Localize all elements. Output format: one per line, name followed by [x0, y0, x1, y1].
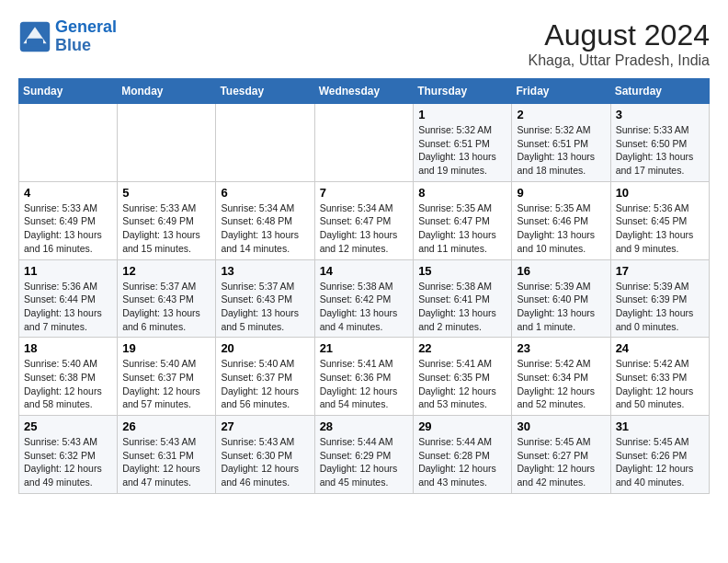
day-number: 29 — [418, 419, 506, 433]
header-cell-thursday: Thursday — [414, 79, 512, 104]
day-info: Sunrise: 5:44 AM Sunset: 6:28 PM Dayligh… — [418, 435, 506, 489]
day-cell: 12Sunrise: 5:37 AM Sunset: 6:43 PM Dayli… — [118, 259, 216, 338]
day-info: Sunrise: 5:34 AM Sunset: 6:48 PM Dayligh… — [221, 201, 309, 256]
day-cell: 18Sunrise: 5:40 AM Sunset: 6:38 PM Dayli… — [19, 338, 118, 416]
day-info: Sunrise: 5:33 AM Sunset: 6:49 PM Dayligh… — [24, 201, 112, 256]
day-cell: 2Sunrise: 5:32 AM Sunset: 6:51 PM Daylig… — [512, 104, 610, 182]
day-info: Sunrise: 5:33 AM Sunset: 6:49 PM Dayligh… — [122, 201, 210, 256]
day-number: 20 — [221, 341, 309, 355]
day-cell: 30Sunrise: 5:45 AM Sunset: 6:27 PM Dayli… — [512, 416, 610, 494]
day-number: 27 — [221, 419, 309, 433]
day-number: 1 — [418, 108, 506, 121]
day-number: 31 — [616, 419, 704, 433]
day-info: Sunrise: 5:32 AM Sunset: 6:51 PM Dayligh… — [517, 123, 605, 178]
day-number: 22 — [418, 341, 506, 355]
day-cell: 27Sunrise: 5:43 AM Sunset: 6:30 PM Dayli… — [216, 416, 314, 494]
day-number: 2 — [517, 108, 605, 121]
day-number: 6 — [221, 186, 309, 200]
day-cell: 17Sunrise: 5:39 AM Sunset: 6:39 PM Dayli… — [610, 259, 709, 338]
day-number: 21 — [320, 341, 409, 355]
day-number: 4 — [24, 186, 112, 200]
day-cell: 1Sunrise: 5:32 AM Sunset: 6:51 PM Daylig… — [414, 104, 512, 182]
week-row-5: 25Sunrise: 5:43 AM Sunset: 6:32 PM Dayli… — [19, 416, 710, 494]
day-number: 17 — [616, 264, 704, 278]
week-row-4: 18Sunrise: 5:40 AM Sunset: 6:38 PM Dayli… — [19, 338, 710, 416]
day-cell: 25Sunrise: 5:43 AM Sunset: 6:32 PM Dayli… — [19, 416, 118, 494]
day-cell: 16Sunrise: 5:39 AM Sunset: 6:40 PM Dayli… — [512, 259, 610, 338]
logo-line2: Blue — [55, 36, 91, 54]
day-cell: 22Sunrise: 5:41 AM Sunset: 6:35 PM Dayli… — [414, 338, 512, 416]
day-info: Sunrise: 5:38 AM Sunset: 6:41 PM Dayligh… — [418, 280, 506, 334]
day-number: 7 — [320, 186, 409, 200]
svg-rect-2 — [27, 39, 43, 47]
day-number: 28 — [320, 419, 409, 433]
header-cell-monday: Monday — [118, 79, 216, 104]
day-cell: 3Sunrise: 5:33 AM Sunset: 6:50 PM Daylig… — [610, 104, 709, 182]
day-cell: 20Sunrise: 5:40 AM Sunset: 6:37 PM Dayli… — [216, 338, 314, 416]
week-row-1: 1Sunrise: 5:32 AM Sunset: 6:51 PM Daylig… — [19, 104, 710, 182]
day-cell: 26Sunrise: 5:43 AM Sunset: 6:31 PM Dayli… — [118, 416, 216, 494]
day-cell: 9Sunrise: 5:35 AM Sunset: 6:46 PM Daylig… — [512, 181, 610, 259]
day-number: 30 — [517, 419, 605, 433]
day-info: Sunrise: 5:41 AM Sunset: 6:36 PM Dayligh… — [320, 357, 409, 411]
day-cell: 23Sunrise: 5:42 AM Sunset: 6:34 PM Dayli… — [512, 338, 610, 416]
day-cell — [118, 104, 216, 182]
page-title: August 2024 — [529, 18, 710, 52]
day-number: 10 — [616, 186, 704, 200]
day-info: Sunrise: 5:40 AM Sunset: 6:37 PM Dayligh… — [122, 357, 210, 411]
day-cell: 8Sunrise: 5:35 AM Sunset: 6:47 PM Daylig… — [414, 181, 512, 259]
day-cell: 4Sunrise: 5:33 AM Sunset: 6:49 PM Daylig… — [19, 181, 118, 259]
day-info: Sunrise: 5:43 AM Sunset: 6:30 PM Dayligh… — [221, 435, 309, 489]
day-info: Sunrise: 5:42 AM Sunset: 6:34 PM Dayligh… — [517, 357, 605, 411]
day-cell: 24Sunrise: 5:42 AM Sunset: 6:33 PM Dayli… — [610, 338, 709, 416]
day-number: 9 — [517, 186, 605, 200]
logo: General Blue — [18, 18, 117, 55]
header-cell-tuesday: Tuesday — [216, 79, 314, 104]
day-info: Sunrise: 5:37 AM Sunset: 6:43 PM Dayligh… — [221, 280, 309, 334]
day-cell — [216, 104, 314, 182]
day-number: 5 — [122, 186, 210, 200]
day-cell: 21Sunrise: 5:41 AM Sunset: 6:36 PM Dayli… — [314, 338, 414, 416]
day-info: Sunrise: 5:39 AM Sunset: 6:40 PM Dayligh… — [517, 280, 605, 334]
day-info: Sunrise: 5:45 AM Sunset: 6:26 PM Dayligh… — [616, 435, 704, 489]
day-info: Sunrise: 5:44 AM Sunset: 6:29 PM Dayligh… — [320, 435, 409, 489]
day-number: 13 — [221, 264, 309, 278]
day-cell: 14Sunrise: 5:38 AM Sunset: 6:42 PM Dayli… — [314, 259, 414, 338]
day-info: Sunrise: 5:39 AM Sunset: 6:39 PM Dayligh… — [616, 280, 704, 334]
day-info: Sunrise: 5:40 AM Sunset: 6:38 PM Dayligh… — [24, 357, 112, 411]
day-cell: 15Sunrise: 5:38 AM Sunset: 6:41 PM Dayli… — [414, 259, 512, 338]
day-number: 14 — [320, 264, 409, 278]
day-cell: 10Sunrise: 5:36 AM Sunset: 6:45 PM Dayli… — [610, 181, 709, 259]
day-number: 8 — [418, 186, 506, 200]
title-block: August 2024 Khaga, Uttar Pradesh, India — [529, 18, 710, 69]
day-info: Sunrise: 5:45 AM Sunset: 6:27 PM Dayligh… — [517, 435, 605, 489]
page-subtitle: Khaga, Uttar Pradesh, India — [529, 52, 710, 69]
day-number: 24 — [616, 341, 704, 355]
day-info: Sunrise: 5:35 AM Sunset: 6:46 PM Dayligh… — [517, 201, 605, 256]
day-info: Sunrise: 5:43 AM Sunset: 6:31 PM Dayligh… — [122, 435, 210, 489]
day-cell — [314, 104, 414, 182]
day-cell: 11Sunrise: 5:36 AM Sunset: 6:44 PM Dayli… — [19, 259, 118, 338]
day-info: Sunrise: 5:42 AM Sunset: 6:33 PM Dayligh… — [616, 357, 704, 411]
day-cell: 19Sunrise: 5:40 AM Sunset: 6:37 PM Dayli… — [118, 338, 216, 416]
day-info: Sunrise: 5:43 AM Sunset: 6:32 PM Dayligh… — [24, 435, 112, 489]
day-info: Sunrise: 5:38 AM Sunset: 6:42 PM Dayligh… — [320, 280, 409, 334]
day-info: Sunrise: 5:36 AM Sunset: 6:45 PM Dayligh… — [616, 201, 704, 256]
header-cell-sunday: Sunday — [19, 79, 118, 104]
day-cell: 31Sunrise: 5:45 AM Sunset: 6:26 PM Dayli… — [610, 416, 709, 494]
day-info: Sunrise: 5:32 AM Sunset: 6:51 PM Dayligh… — [418, 123, 506, 178]
week-row-2: 4Sunrise: 5:33 AM Sunset: 6:49 PM Daylig… — [19, 181, 710, 259]
calendar-table: SundayMondayTuesdayWednesdayThursdayFrid… — [18, 78, 710, 494]
day-number: 3 — [616, 108, 704, 121]
day-cell: 29Sunrise: 5:44 AM Sunset: 6:28 PM Dayli… — [414, 416, 512, 494]
logo-line1: General — [55, 17, 117, 36]
logo-text: General Blue — [55, 18, 117, 55]
day-number: 23 — [517, 341, 605, 355]
day-number: 26 — [122, 419, 210, 433]
day-cell: 13Sunrise: 5:37 AM Sunset: 6:43 PM Dayli… — [216, 259, 314, 338]
day-info: Sunrise: 5:40 AM Sunset: 6:37 PM Dayligh… — [221, 357, 309, 411]
header-cell-saturday: Saturday — [610, 79, 709, 104]
day-number: 12 — [122, 264, 210, 278]
page-header: General Blue August 2024 Khaga, Uttar Pr… — [18, 18, 710, 69]
day-number: 16 — [517, 264, 605, 278]
